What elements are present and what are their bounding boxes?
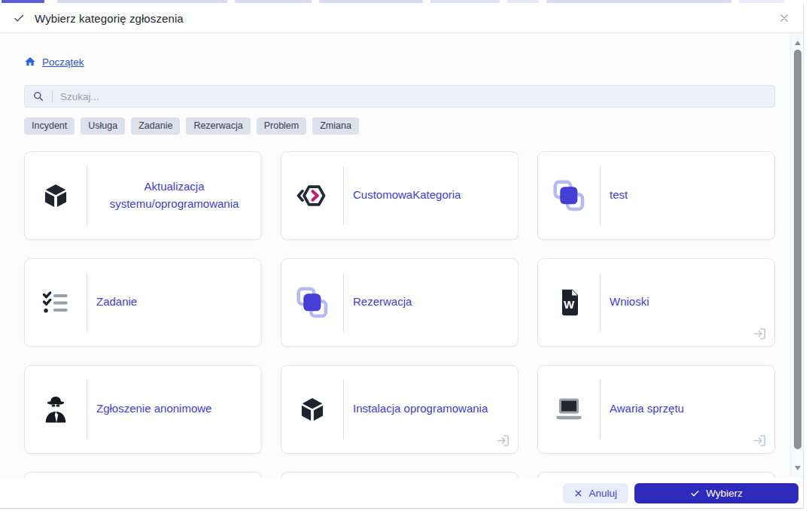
filter-chip-zadanie[interactable]: Zadanie: [131, 117, 180, 135]
category-card[interactable]: Rezerwacja: [281, 258, 519, 347]
category-card-partial[interactable]: [24, 472, 262, 479]
category-label: Aktualizacja systemu/oprogramowania: [96, 178, 252, 212]
confirm-button-label: Wybierz: [706, 488, 743, 499]
filter-chips: IncydentUsługaZadanieRezerwacjaProblemZm…: [24, 117, 766, 135]
breadcrumb: Początek: [24, 54, 766, 69]
category-card[interactable]: Zadanie: [24, 258, 262, 347]
category-label: CustomowaKategoria: [353, 187, 461, 204]
code-hexagon-icon: [281, 181, 343, 211]
search-divider: [52, 90, 53, 102]
choose-category-dialog: Wybierz kategorię zgłoszenia Początek In…: [0, 4, 804, 509]
dialog-title: Wybierz kategorię zgłoszenia: [35, 12, 184, 25]
category-card[interactable]: test: [537, 151, 775, 240]
category-card[interactable]: WWnioski: [537, 258, 775, 347]
search-icon: [32, 90, 44, 102]
category-label: Instalacja oprogramowania: [353, 400, 488, 418]
scrollbar-thumb[interactable]: [794, 50, 801, 449]
software-box-icon: [281, 395, 343, 424]
spy-icon: [25, 394, 87, 424]
filter-chip-rezerwacja[interactable]: Rezerwacja: [186, 117, 250, 135]
svg-text:W: W: [564, 298, 575, 311]
cancel-button-label: Anuluj: [588, 488, 617, 499]
scrollbar-down-arrow-icon[interactable]: [791, 463, 803, 473]
category-card[interactable]: Zgłoszenie anonimowe: [24, 365, 262, 454]
confirm-button[interactable]: Wybierz: [634, 483, 798, 503]
category-label: Wnioski: [610, 294, 649, 311]
check-icon: [690, 488, 700, 498]
category-card[interactable]: Instalacja oprogramowania: [281, 365, 519, 454]
filter-chip-incydent[interactable]: Incydent: [24, 117, 75, 135]
overlapping-squares-icon: [281, 286, 343, 319]
category-label: Zadanie: [96, 294, 137, 311]
cancel-button[interactable]: Anuluj: [563, 483, 628, 503]
scrollbar-up-arrow-icon[interactable]: [791, 38, 803, 48]
filter-chip-problem[interactable]: Problem: [257, 117, 307, 135]
overlapping-squares-icon: [538, 179, 600, 212]
enter-arrow-icon: [752, 326, 768, 342]
search-input[interactable]: [60, 91, 767, 102]
dialog-footer: Anuluj Wybierz: [0, 478, 803, 508]
category-label: Awaria sprzętu: [610, 400, 684, 418]
category-label: Zgłoszenie anonimowe: [96, 400, 211, 418]
dialog-header: Wybierz kategorię zgłoszenia: [0, 4, 803, 33]
filter-chip-usługa[interactable]: Usługa: [81, 117, 125, 135]
category-label: test: [610, 187, 628, 204]
category-card-partial[interactable]: [281, 472, 519, 479]
home-icon: [24, 56, 36, 68]
category-card[interactable]: CustomowaKategoria: [281, 151, 519, 240]
word-document-icon: W: [538, 287, 600, 318]
category-card[interactable]: Awaria sprzętu: [537, 365, 775, 454]
category-card[interactable]: Aktualizacja systemu/oprogramowania: [24, 151, 262, 240]
category-grid: Aktualizacja systemu/oprogramowaniaCusto…: [24, 151, 766, 479]
software-box-icon: [25, 181, 87, 210]
enter-arrow-icon: [495, 433, 511, 449]
breadcrumb-home-link[interactable]: Początek: [42, 56, 84, 68]
category-card-partial[interactable]: [537, 472, 775, 479]
check-icon: [13, 12, 25, 24]
close-x-icon: [574, 489, 582, 497]
category-label: Rezerwacja: [353, 294, 412, 311]
search-bar: [24, 85, 775, 108]
enter-arrow-icon: [752, 433, 768, 449]
close-icon[interactable]: [777, 11, 791, 25]
vertical-scrollbar[interactable]: [790, 33, 803, 478]
dialog-body: Początek IncydentUsługaZadanieRezerwacja…: [0, 33, 803, 478]
checklist-icon: [25, 288, 87, 317]
filter-chip-zmiana[interactable]: Zmiana: [312, 117, 359, 135]
laptop-icon: [538, 395, 600, 424]
